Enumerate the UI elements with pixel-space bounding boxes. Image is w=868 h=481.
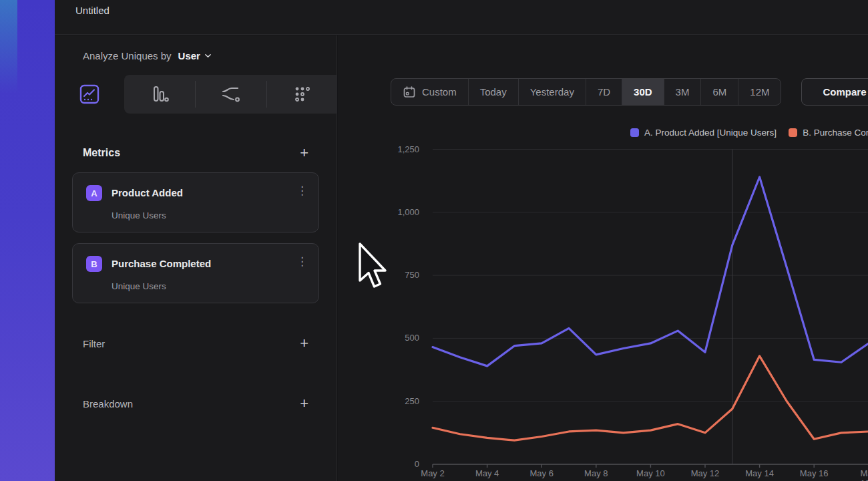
range-label: 7D xyxy=(598,86,610,98)
range-7d[interactable]: 7D xyxy=(586,79,622,105)
range-label: Custom xyxy=(422,86,457,98)
retention-grid-icon xyxy=(290,83,313,106)
metric-menu-button[interactable]: ⋮ xyxy=(296,256,308,267)
top-bar: Untitled xyxy=(55,0,868,35)
flow-icon xyxy=(218,83,242,106)
tab-bar-chart[interactable] xyxy=(124,75,195,114)
legend-item-b[interactable]: B. Purchase Completed [Unique Users] xyxy=(789,128,868,138)
analyze-row: Analyze Uniques by User xyxy=(83,50,212,61)
range-label: 3M xyxy=(676,86,690,98)
query-sidebar: Analyze Uniques by User xyxy=(55,35,337,481)
metric-menu-button[interactable]: ⋮ xyxy=(296,185,308,196)
range-label: Today xyxy=(480,86,507,98)
analyze-by-dropdown[interactable]: User xyxy=(178,50,212,61)
legend-label: A. Product Added [Unique Users] xyxy=(644,128,777,138)
range-today[interactable]: Today xyxy=(468,79,518,105)
analyze-label: Analyze Uniques by xyxy=(83,50,172,61)
analyze-by-value: User xyxy=(178,50,200,61)
breakdown-header: Breakdown + xyxy=(83,396,308,411)
range-label: 30D xyxy=(634,86,652,98)
breakdown-title: Breakdown xyxy=(83,398,133,410)
metric-letter-badge: A xyxy=(86,185,102,201)
range-label: Yesterday xyxy=(530,86,574,98)
metric-measure[interactable]: Unique Users xyxy=(112,210,166,220)
mouse-cursor-icon xyxy=(358,242,390,291)
filter-header: Filter + xyxy=(83,336,308,351)
add-metric-button[interactable]: + xyxy=(300,146,308,160)
metric-letter-badge: B xyxy=(86,256,102,272)
chart-panel: Custom Today Yesterday 7D 30D 3M 6M 12M … xyxy=(338,35,868,481)
range-label: 12M xyxy=(750,86,769,98)
compare-button[interactable]: Compare xyxy=(801,78,868,106)
metrics-header: Metrics + xyxy=(83,146,308,160)
metric-name: Purchase Completed xyxy=(112,258,211,269)
range-custom[interactable]: Custom xyxy=(391,79,468,105)
metric-measure[interactable]: Unique Users xyxy=(112,281,166,291)
chart-legend: A. Product Added [Unique Users] B. Purch… xyxy=(630,128,868,138)
metrics-title: Metrics xyxy=(83,147,120,159)
range-12m[interactable]: 12M xyxy=(738,79,781,105)
tab-flow[interactable] xyxy=(195,75,266,114)
brand-gradient-strip xyxy=(0,0,55,481)
bar-chart-icon xyxy=(148,83,171,106)
calendar-icon xyxy=(403,86,416,99)
chart-type-tabstrip xyxy=(55,75,337,114)
legend-swatch xyxy=(789,128,797,137)
legend-swatch xyxy=(630,128,639,137)
report-title[interactable]: Untitled xyxy=(75,5,110,16)
metric-name: Product Added xyxy=(112,187,183,198)
add-filter-button[interactable]: + xyxy=(300,336,308,351)
range-label: 6M xyxy=(712,86,726,98)
add-breakdown-button[interactable]: + xyxy=(300,396,308,411)
range-yesterday[interactable]: Yesterday xyxy=(518,79,586,105)
filter-title: Filter xyxy=(83,338,105,349)
range-30d[interactable]: 30D xyxy=(622,79,664,105)
metric-card-a[interactable]: A Product Added ⋮ Unique Users xyxy=(72,172,319,232)
chevron-down-icon xyxy=(204,52,212,59)
legend-label: B. Purchase Completed [Unique Users] xyxy=(803,128,868,138)
chart-type-tab-group xyxy=(124,75,337,114)
date-range-picker: Custom Today Yesterday 7D 30D 3M 6M 12M xyxy=(391,78,781,106)
range-3m[interactable]: 3M xyxy=(664,79,701,105)
tab-retention-grid[interactable] xyxy=(266,75,337,114)
line-chart-icon xyxy=(78,83,101,106)
legend-item-a[interactable]: A. Product Added [Unique Users] xyxy=(630,128,777,138)
range-6m[interactable]: 6M xyxy=(700,79,738,105)
metric-card-b[interactable]: B Purchase Completed ⋮ Unique Users xyxy=(72,243,319,303)
tab-line-insights[interactable] xyxy=(69,80,110,108)
